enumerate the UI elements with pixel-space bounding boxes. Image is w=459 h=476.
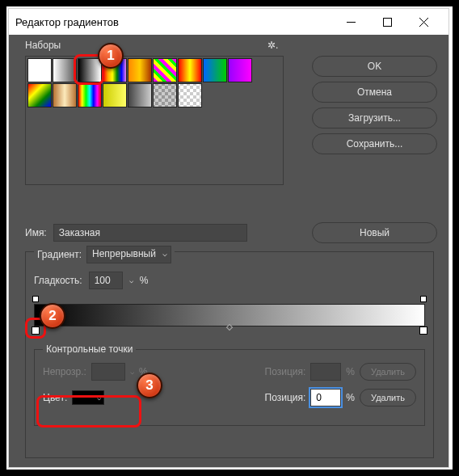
titlebar: Редактор градиентов: [9, 9, 448, 35]
preset-swatch[interactable]: [153, 58, 177, 82]
percent-label: %: [346, 366, 355, 377]
svg-rect-1: [384, 18, 392, 26]
preset-swatch[interactable]: [153, 83, 177, 107]
gradient-type-select[interactable]: Непрерывный: [86, 246, 171, 263]
opacity-label: Непрозр.:: [43, 366, 86, 377]
percent-label: %: [346, 392, 355, 403]
preset-swatch[interactable]: [53, 58, 77, 82]
gradient-type-label: Градиент:: [37, 249, 82, 260]
delete-opacity-stop-button: Удалить: [360, 363, 416, 381]
save-button[interactable]: Сохранить...: [312, 133, 437, 154]
smoothness-input[interactable]: [89, 272, 123, 289]
name-label: Имя:: [25, 227, 47, 238]
preset-swatch[interactable]: [27, 83, 52, 107]
gradient-section: Градиент: Непрерывный Гладкость: ⌵ %: [25, 251, 434, 458]
window-title: Редактор градиентов: [15, 16, 119, 28]
callout-1-badge: 1: [98, 43, 124, 69]
opacity-position-input: [310, 363, 341, 381]
maximize-button[interactable]: [369, 9, 406, 35]
opacity-input: [91, 363, 125, 381]
close-button[interactable]: [406, 9, 442, 35]
preset-swatch[interactable]: [103, 83, 127, 107]
chevron-down-icon[interactable]: ⌵: [129, 276, 133, 284]
preset-swatch[interactable]: [228, 58, 252, 82]
smoothness-label: Гладкость:: [34, 275, 82, 286]
delete-color-stop-button[interactable]: Удалить: [360, 389, 416, 406]
opacity-stop-right[interactable]: [420, 296, 427, 302]
preset-swatch[interactable]: [178, 58, 202, 82]
chevron-down-icon[interactable]: ⌵: [97, 394, 101, 402]
new-button[interactable]: Новый: [312, 222, 437, 243]
opacity-stop-left[interactable]: [32, 296, 39, 302]
preset-swatch[interactable]: [27, 58, 52, 82]
name-input[interactable]: [53, 224, 247, 242]
ok-button[interactable]: OK: [312, 56, 437, 77]
gradient-editor-window: Редактор градиентов Наборы ✲.: [8, 8, 449, 468]
color-stop-left[interactable]: [32, 326, 40, 335]
preset-swatch[interactable]: [78, 83, 102, 107]
presets-label: Наборы: [25, 40, 61, 51]
preset-swatch[interactable]: [128, 58, 152, 82]
position-label: Позиция:: [265, 366, 306, 377]
preset-swatch-selected[interactable]: [78, 58, 102, 82]
chevron-down-icon: ⌵: [130, 368, 134, 376]
presets-menu-icon[interactable]: ✲.: [267, 40, 278, 51]
preset-swatch[interactable]: [128, 83, 152, 107]
position-label: Позиция:: [265, 392, 306, 403]
callout-2-badge: 2: [40, 303, 65, 329]
callout-3-badge: 3: [137, 373, 162, 398]
cancel-button[interactable]: Отмена: [312, 82, 437, 103]
preset-swatch[interactable]: [53, 83, 77, 107]
load-button[interactable]: Загрузить...: [312, 107, 437, 128]
gradient-editor: [34, 296, 425, 336]
percent-label: %: [140, 275, 149, 286]
preset-swatch[interactable]: [203, 58, 227, 82]
control-points-section: Контрольные точки Непрозр.: ⌵ % Позиция:…: [34, 349, 425, 426]
color-position-input[interactable]: [310, 389, 341, 406]
preset-swatch[interactable]: [178, 83, 202, 107]
control-points-legend: Контрольные точки: [43, 343, 136, 355]
minimize-button[interactable]: [333, 9, 369, 35]
color-label: Цвет:: [43, 392, 67, 403]
color-stop-right[interactable]: [419, 326, 427, 335]
color-swatch-picker[interactable]: ⌵: [72, 390, 104, 405]
presets-panel: [25, 56, 284, 185]
